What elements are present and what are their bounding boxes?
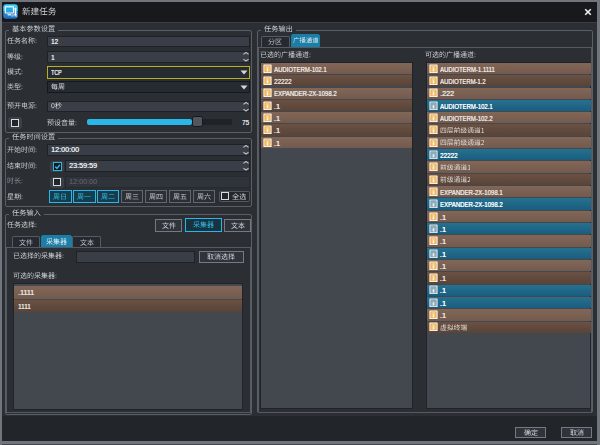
- svg-text:IPS: IPS: [11, 14, 17, 18]
